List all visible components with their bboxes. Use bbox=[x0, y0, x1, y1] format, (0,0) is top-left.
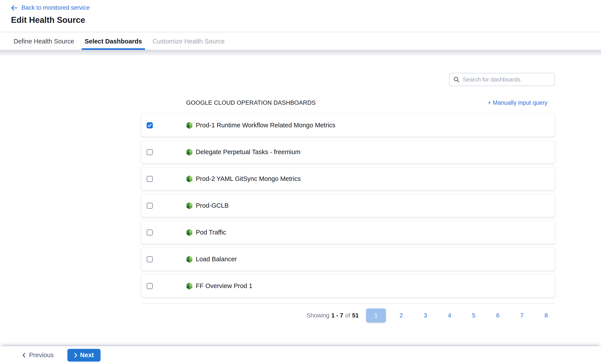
checkbox-unchecked[interactable] bbox=[147, 229, 153, 236]
next-button-label: Next bbox=[80, 352, 94, 359]
dashboard-label: Load Balancer bbox=[196, 255, 237, 263]
checkbox-unchecked[interactable] bbox=[147, 256, 153, 262]
previous-button[interactable]: Previous bbox=[22, 352, 54, 359]
dashboard-hexagon-icon bbox=[186, 122, 193, 129]
dashboard-label: Prod-1 Runtime Workflow Related Mongo Me… bbox=[196, 122, 335, 129]
next-button[interactable]: Next bbox=[67, 349, 100, 362]
page-link-2[interactable]: 2 bbox=[392, 312, 410, 319]
page-link-8[interactable]: 8 bbox=[537, 312, 555, 319]
dashboard-label: Prod-GCLB bbox=[196, 202, 229, 209]
dashboard-list: Prod-1 Runtime Workflow Related Mongo Me… bbox=[141, 114, 555, 302]
page-link-4[interactable]: 4 bbox=[441, 312, 458, 319]
dashboard-row-load-balancer[interactable]: Load Balancer bbox=[141, 248, 555, 271]
chevron-right-icon bbox=[74, 352, 78, 358]
showing-label: Showing bbox=[307, 312, 330, 319]
list-bottom-divider bbox=[141, 303, 555, 303]
dashboard-hexagon-icon bbox=[186, 175, 193, 183]
of-label: of bbox=[345, 312, 350, 319]
back-arrow-icon bbox=[10, 5, 18, 11]
showing-range: 1 - 7 bbox=[331, 312, 343, 319]
chevron-left-icon bbox=[22, 352, 26, 358]
dashboard-hexagon-icon bbox=[186, 148, 193, 156]
back-to-monitored-service-link[interactable]: Back to monitored service bbox=[10, 4, 90, 11]
dashboard-hexagon-icon bbox=[186, 282, 193, 290]
dashboard-hexagon-icon bbox=[186, 229, 193, 236]
dashboard-row-pod-traffic[interactable]: Pod Traffic bbox=[141, 221, 555, 244]
dashboard-search-box bbox=[449, 73, 555, 86]
page-link-1[interactable]: 1 bbox=[366, 308, 386, 323]
search-input[interactable] bbox=[463, 76, 551, 83]
dashboard-label: Delegate Perpetual Tasks - freemium bbox=[196, 148, 300, 156]
page-title: Edit Health Source bbox=[11, 15, 85, 25]
tab-bar: Define Health SourceSelect DashboardsCus… bbox=[0, 33, 601, 50]
dashboard-row-prod-1-runtime-workflow-related-mongo-metrics[interactable]: Prod-1 Runtime Workflow Related Mongo Me… bbox=[141, 114, 555, 137]
page-links: 12345678 bbox=[366, 308, 555, 323]
showing-total: 51 bbox=[352, 312, 359, 319]
dashboard-row-ff-overview-prod-1[interactable]: FF Overview Prod 1 bbox=[141, 275, 555, 297]
search-icon bbox=[453, 76, 460, 83]
section-title: GOOGLE CLOUD OPERATION DASHBOARDS bbox=[186, 100, 316, 106]
checkbox-unchecked[interactable] bbox=[147, 176, 153, 182]
page-link-6[interactable]: 6 bbox=[489, 312, 507, 319]
back-link-label: Back to monitored service bbox=[21, 4, 90, 11]
page: Back to monitored service Edit Health So… bbox=[0, 0, 601, 364]
checkbox-unchecked[interactable] bbox=[147, 203, 153, 209]
pagination: Showing 1 - 7 of 51 12345678 bbox=[141, 308, 555, 323]
page-link-5[interactable]: 5 bbox=[465, 312, 482, 319]
dashboard-label: FF Overview Prod 1 bbox=[196, 282, 252, 290]
dashboard-hexagon-icon bbox=[186, 255, 193, 263]
tab-define-health-source[interactable]: Define Health Source bbox=[10, 33, 77, 50]
dashboard-row-prod-gclb[interactable]: Prod-GCLB bbox=[141, 194, 555, 217]
checkbox-unchecked[interactable] bbox=[147, 149, 153, 155]
footer-bar: Previous Next bbox=[0, 346, 601, 364]
tab-customize-health-source[interactable]: Customize Health Source bbox=[150, 33, 228, 50]
previous-button-label: Previous bbox=[29, 352, 54, 359]
dashboard-label: Pod Traffic bbox=[196, 229, 226, 236]
dashboard-row-delegate-perpetual-tasks-freemium[interactable]: Delegate Perpetual Tasks - freemium bbox=[141, 141, 555, 163]
manually-input-query-link[interactable]: + Manually input query bbox=[488, 100, 547, 106]
page-header: Back to monitored service Edit Health So… bbox=[0, 0, 601, 32]
pagination-summary: Showing 1 - 7 of 51 bbox=[307, 312, 359, 319]
dashboard-row-prod-2-yaml-gitsync-mongo-metrics[interactable]: Prod-2 YAML GitSync Mongo Metrics bbox=[141, 168, 555, 190]
checkbox-unchecked[interactable] bbox=[147, 283, 153, 289]
checkbox-checked[interactable] bbox=[147, 122, 153, 128]
dashboard-label: Prod-2 YAML GitSync Mongo Metrics bbox=[196, 175, 301, 182]
dashboard-hexagon-icon bbox=[186, 202, 193, 209]
section-header-row: GOOGLE CLOUD OPERATION DASHBOARDS + Manu… bbox=[186, 98, 555, 107]
page-link-7[interactable]: 7 bbox=[513, 312, 531, 319]
page-link-3[interactable]: 3 bbox=[417, 312, 434, 319]
tab-select-dashboards[interactable]: Select Dashboards bbox=[82, 33, 145, 50]
